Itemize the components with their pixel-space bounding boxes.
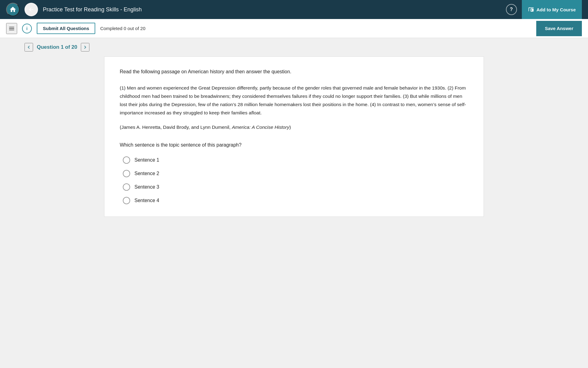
next-question-button[interactable] bbox=[81, 43, 89, 52]
option-label-2: Sentence 2 bbox=[134, 171, 159, 176]
answer-option-1[interactable]: Sentence 1 bbox=[123, 156, 468, 164]
option-label-3: Sentence 3 bbox=[134, 184, 159, 190]
add-to-course-button[interactable]: Add to My Course bbox=[522, 0, 582, 19]
toolbar: i Submit All Questions Completed 0 out o… bbox=[0, 19, 588, 38]
submit-all-button[interactable]: Submit All Questions bbox=[37, 23, 95, 34]
chevron-left-icon bbox=[26, 44, 32, 50]
question-counter: Question 1 of 20 bbox=[37, 44, 77, 50]
chevron-right-icon bbox=[82, 44, 88, 50]
answer-option-2[interactable]: Sentence 2 bbox=[123, 170, 468, 177]
answer-option-4[interactable]: Sentence 4 bbox=[123, 197, 468, 204]
answer-option-3[interactable]: Sentence 3 bbox=[123, 183, 468, 191]
question-card: Read the following passage on American h… bbox=[104, 56, 484, 217]
menu-icon bbox=[8, 25, 15, 32]
passage-instruction: Read the following passage on American h… bbox=[120, 69, 468, 75]
option-label-1: Sentence 1 bbox=[134, 157, 159, 163]
nav-right-actions: ? Add to My Course bbox=[506, 0, 582, 19]
question-text: Which sentence is the topic sentence of … bbox=[120, 142, 468, 148]
info-button[interactable]: i bbox=[22, 24, 32, 33]
back-button[interactable] bbox=[24, 3, 38, 16]
top-nav: Practice Test for Reading Skills - Engli… bbox=[0, 0, 588, 19]
citation-prefix: (James A. Henretta, David Brody, and Lyn… bbox=[120, 125, 232, 130]
question-navigation: Question 1 of 20 bbox=[0, 38, 588, 56]
home-icon bbox=[9, 6, 17, 13]
back-arrow-icon bbox=[28, 6, 34, 13]
menu-button[interactable] bbox=[6, 23, 17, 34]
info-icon: i bbox=[26, 26, 28, 31]
help-icon: ? bbox=[510, 7, 513, 12]
option-label-4: Sentence 4 bbox=[134, 198, 159, 203]
answer-options: Sentence 1 Sentence 2 Sentence 3 Sentenc… bbox=[120, 156, 468, 204]
save-answer-button[interactable]: Save Answer bbox=[536, 21, 582, 36]
help-button[interactable]: ? bbox=[506, 4, 517, 15]
passage-citation: (James A. Henretta, David Brody, and Lyn… bbox=[120, 125, 468, 130]
add-course-icon bbox=[528, 6, 534, 13]
radio-4[interactable] bbox=[123, 197, 130, 204]
prev-question-button[interactable] bbox=[24, 43, 33, 52]
radio-3[interactable] bbox=[123, 183, 130, 191]
citation-suffix: ) bbox=[289, 125, 291, 130]
add-course-label: Add to My Course bbox=[537, 7, 576, 12]
citation-title: America: A Concise History bbox=[232, 125, 289, 130]
passage-text: (1) Men and women experienced the Great … bbox=[120, 84, 468, 117]
save-answer-label: Save Answer bbox=[545, 26, 573, 31]
content-area: Read the following passage on American h… bbox=[0, 56, 588, 235]
completed-status: Completed 0 out of 20 bbox=[100, 26, 531, 31]
submit-all-label: Submit All Questions bbox=[43, 26, 89, 31]
page-title: Practice Test for Reading Skills - Engli… bbox=[43, 6, 501, 13]
radio-1[interactable] bbox=[123, 156, 130, 164]
radio-2[interactable] bbox=[123, 170, 130, 177]
home-button[interactable] bbox=[6, 3, 20, 16]
